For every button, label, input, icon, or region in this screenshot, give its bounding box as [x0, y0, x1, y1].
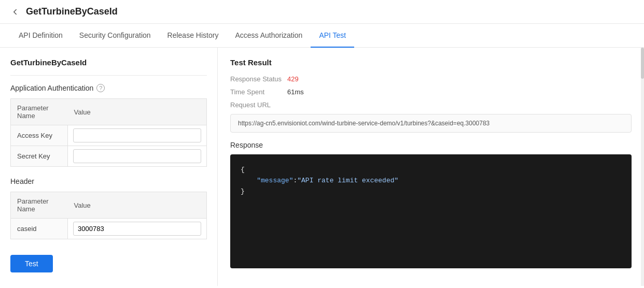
- time-spent-row: Time Spent 61ms: [230, 88, 632, 96]
- auth-row-0-value: [68, 125, 207, 146]
- tab-api-definition[interactable]: API Definition: [10, 24, 71, 48]
- back-button[interactable]: [10, 7, 20, 17]
- request-url-box: https://ag-cn5.envisioniot.com/wind-turb…: [230, 114, 632, 133]
- request-url-label: Request URL: [230, 101, 287, 109]
- tab-release-history[interactable]: Release History: [159, 24, 227, 48]
- tab-access-authorization[interactable]: Access Authorization: [227, 24, 311, 48]
- auth-section-title: Application Authentication ?: [10, 84, 207, 92]
- header-row-0-value: [68, 219, 207, 239]
- tab-security-configuration[interactable]: Security Configuration: [71, 24, 159, 48]
- header-col-param: Parameter Name: [11, 192, 68, 219]
- time-spent-value: 61ms: [287, 88, 304, 96]
- test-button[interactable]: Test: [10, 255, 53, 272]
- header-section-title: Header: [10, 177, 207, 185]
- scrollbar-track[interactable]: [641, 48, 644, 286]
- table-row: caseid: [11, 219, 207, 239]
- auth-help-icon[interactable]: ?: [96, 84, 105, 92]
- header-col-value: Value: [68, 192, 207, 219]
- right-panel: Test Result Response Status 429 Time Spe…: [218, 48, 644, 286]
- caseid-input[interactable]: [73, 222, 201, 236]
- response-label: Response: [230, 141, 632, 149]
- scrollbar-thumb: [641, 48, 644, 79]
- time-spent-label: Time Spent: [230, 88, 287, 96]
- secret-key-input[interactable]: [73, 149, 201, 163]
- tab-api-test[interactable]: API Test: [311, 24, 354, 48]
- left-panel: GetTurbineByCaseId Application Authentic…: [0, 48, 218, 286]
- response-status-row: Response Status 429: [230, 75, 632, 83]
- auth-col-param: Parameter Name: [11, 99, 68, 125]
- tab-bar: API Definition Security Configuration Re…: [0, 24, 644, 48]
- main-content: GetTurbineByCaseId Application Authentic…: [0, 48, 644, 286]
- auth-row-1-name: Secret Key: [11, 146, 68, 167]
- auth-row-1-value: [68, 146, 207, 167]
- auth-table: Parameter Name Value Access Key Secret K…: [10, 98, 207, 167]
- header-table: Parameter Name Value caseid: [10, 192, 207, 239]
- access-key-input[interactable]: [73, 128, 201, 142]
- response-content: { "message":"API rate limit exceeded" }: [241, 165, 621, 197]
- response-box: { "message":"API rate limit exceeded" }: [230, 154, 632, 268]
- result-title: Test Result: [230, 58, 632, 67]
- auth-row-0-name: Access Key: [11, 125, 68, 146]
- page-title: GetTurbineByCaseId: [26, 6, 118, 17]
- auth-col-value: Value: [68, 99, 207, 125]
- header-row-0-name: caseid: [11, 219, 68, 239]
- request-url-row: Request URL: [230, 101, 632, 109]
- table-row: Access Key: [11, 125, 207, 146]
- response-status-label: Response Status: [230, 75, 287, 83]
- left-panel-title: GetTurbineByCaseId: [10, 58, 207, 67]
- response-status-value: 429: [287, 75, 299, 83]
- top-bar: GetTurbineByCaseId: [0, 0, 644, 24]
- table-row: Secret Key: [11, 146, 207, 167]
